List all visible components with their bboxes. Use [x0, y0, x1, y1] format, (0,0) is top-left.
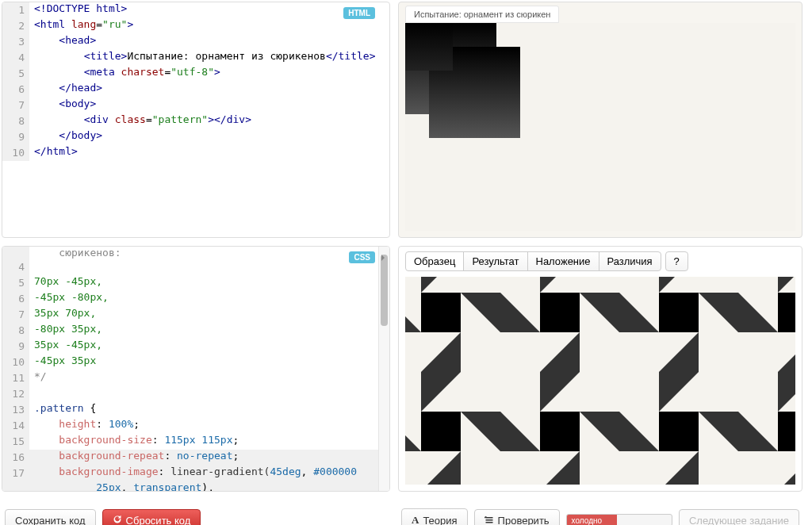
shuriken-shape	[738, 372, 795, 485]
code-line[interactable]: 15 background-size: 115px 115px;	[2, 434, 389, 450]
result-preview-panel: Испытание: орнамент из сюрикен	[398, 2, 802, 238]
line-number: 7	[2, 307, 29, 323]
progress-fill: холодно	[567, 515, 618, 525]
line-number: 4	[2, 259, 29, 275]
sample-tabbar: Образец Результат Наложение Различия ?	[399, 247, 802, 271]
tab-sample[interactable]: Образец	[405, 251, 464, 271]
code-line[interactable]: 6-45px -80px,	[2, 291, 389, 307]
line-number: 9	[2, 129, 29, 145]
line-number: 16	[2, 450, 29, 466]
code-line[interactable]: 11*/	[2, 370, 389, 386]
code-line[interactable]: 4 <title>Испытание: орнамент из сюрикено…	[2, 50, 389, 66]
code-line[interactable]: 2<html lang="ru">	[2, 18, 389, 34]
shuriken-shape	[738, 277, 795, 372]
theory-button[interactable]: A Теория	[401, 508, 468, 525]
reset-label: Сбросить код	[126, 515, 191, 526]
line-number: 10	[2, 145, 29, 161]
line-number: 14	[2, 418, 29, 434]
line-number: 10	[2, 354, 29, 370]
code-line[interactable]: 6 </head>	[2, 82, 389, 98]
shuriken-shape	[619, 372, 738, 485]
check-icon	[485, 515, 494, 526]
line-number: 7	[2, 98, 29, 113]
footer-right: A Теория Проверить холодно Следующее зад…	[398, 500, 802, 525]
shuriken-shape	[619, 277, 738, 372]
line-number: 2	[2, 18, 29, 34]
code-line[interactable]: 17 background-image: linear-gradient(45d…	[2, 466, 389, 481]
line-number: 13	[2, 402, 29, 418]
theory-label: Теория	[423, 515, 457, 526]
next-button: Следующее задание	[679, 509, 799, 526]
code-line[interactable]: 7 <body>	[2, 98, 389, 113]
code-line[interactable]: 735px 70px,	[2, 307, 389, 323]
progress-bar: холодно	[566, 514, 672, 525]
code-line[interactable]: 4	[2, 259, 389, 275]
tab-result[interactable]: Результат	[463, 251, 527, 271]
line-number	[2, 481, 29, 492]
code-line[interactable]: 9 </body>	[2, 129, 389, 145]
code-line[interactable]: 14 height: 100%;	[2, 418, 389, 434]
line-number: 8	[2, 113, 29, 129]
preview-tab-title: Испытание: орнамент из сюрикен	[405, 6, 559, 23]
css-badge: CSS	[349, 251, 375, 263]
line-number: 5	[2, 275, 29, 291]
shuriken-shape	[405, 372, 500, 485]
line-number: 3	[2, 34, 29, 50]
code-line[interactable]: 10-45px 35px	[2, 354, 389, 370]
code-line[interactable]: 5 <meta charset="utf-8">	[2, 66, 389, 82]
line-number: 6	[2, 291, 29, 307]
code-line[interactable]: сюрикенов:	[2, 247, 389, 259]
sample-canvas	[405, 277, 795, 485]
line-number: 4	[2, 50, 29, 66]
check-button[interactable]: Проверить	[474, 509, 560, 526]
css-scrollbar[interactable]	[378, 247, 389, 491]
check-label: Проверить	[498, 515, 550, 526]
line-number: 17	[2, 466, 29, 481]
html-editor[interactable]: HTML 1<!DOCTYPE html>2<html lang="ru">3 …	[2, 2, 390, 238]
save-button[interactable]: Сохранить код	[5, 509, 96, 526]
code-line[interactable]: 935px -45px,	[2, 339, 389, 354]
code-line[interactable]: 8 <div class="pattern"></div>	[2, 113, 389, 129]
code-line[interactable]: 13.pattern {	[2, 402, 389, 418]
code-line[interactable]: 10</html>	[2, 145, 389, 161]
code-line[interactable]: 12	[2, 386, 389, 402]
font-icon: A	[412, 514, 419, 525]
save-label: Сохранить код	[15, 515, 86, 526]
code-line[interactable]: 570px -45px,	[2, 275, 389, 291]
line-number: 15	[2, 434, 29, 450]
line-number: 11	[2, 370, 29, 386]
css-editor[interactable]: CSS сюрикенов:4570px -45px,6-45px -80px,…	[2, 246, 390, 492]
line-number: 8	[2, 323, 29, 339]
shuriken-shape	[405, 277, 500, 372]
code-line[interactable]: 8-80px 35px,	[2, 323, 389, 339]
code-line[interactable]: 25px, transparent),	[2, 481, 389, 492]
line-number	[2, 247, 29, 259]
code-line[interactable]: 3 <head>	[2, 34, 389, 50]
line-number: 12	[2, 386, 29, 402]
line-number: 1	[2, 2, 29, 18]
sample-panel: Образец Результат Наложение Различия ?	[398, 246, 802, 492]
preview-canvas	[405, 23, 795, 231]
line-number: 5	[2, 66, 29, 82]
shuriken-shape	[500, 372, 619, 485]
html-badge: HTML	[343, 7, 375, 19]
tab-help[interactable]: ?	[665, 251, 688, 271]
line-number: 9	[2, 339, 29, 354]
footer-left: Сохранить код Сбросить код	[2, 500, 390, 525]
code-line[interactable]: 16 background-repeat: no-repeat;	[2, 450, 389, 466]
shuriken-shape	[500, 277, 619, 372]
next-label: Следующее задание	[689, 515, 789, 526]
tab-overlay[interactable]: Наложение	[527, 251, 599, 271]
tab-diff[interactable]: Различия	[599, 251, 661, 271]
refresh-icon	[113, 515, 122, 526]
css-scroll-thumb[interactable]	[381, 255, 388, 326]
code-line[interactable]: 1<!DOCTYPE html>	[2, 2, 389, 18]
reset-button[interactable]: Сбросить код	[102, 509, 201, 526]
line-number: 6	[2, 82, 29, 98]
